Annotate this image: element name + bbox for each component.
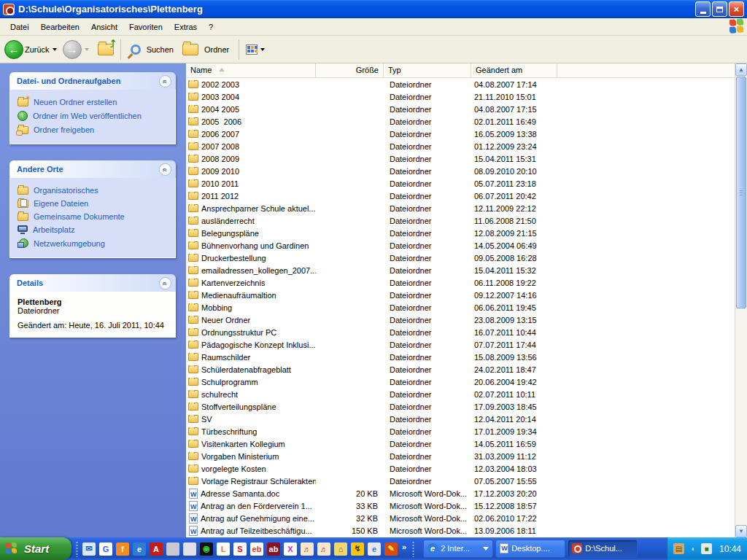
menu-ansicht[interactable]: Ansicht xyxy=(85,20,123,34)
panel-file-tasks-header[interactable]: Datei- und Ordneraufgaben « xyxy=(9,72,176,90)
title-bar[interactable]: D:\Schule\Organisatorisches\Plettenberg … xyxy=(0,0,747,18)
menu-datei[interactable]: Datei xyxy=(4,20,35,34)
menu-favoriten[interactable]: Favoriten xyxy=(123,20,169,34)
task-share-folder[interactable]: Ordner freigeben xyxy=(18,123,171,136)
task-explorer-window[interactable]: D:\Schul... xyxy=(568,540,638,558)
file-row[interactable]: Bühnenvorhang und Gardinen Dateiordner 1… xyxy=(186,239,735,252)
file-row[interactable]: 2004 2005 Dateiordner 04.08.2007 17:15 xyxy=(186,103,735,115)
menu-help[interactable]: ? xyxy=(203,20,219,34)
file-row[interactable]: 2007 2008 Dateiordner 01.12.2009 23:24 xyxy=(186,140,735,152)
show-desktop-icon[interactable] xyxy=(166,542,179,556)
column-header-type[interactable]: Typ xyxy=(384,63,471,77)
panel-other-places-header[interactable]: Andere Orte « xyxy=(9,160,176,178)
place-eigene-dateien[interactable]: Eigene Dateien xyxy=(18,197,171,210)
music-app-icon-2[interactable]: ♬ xyxy=(317,542,330,556)
file-row[interactable]: 2006 2007 Dateiordner 16.05.2009 13:38 xyxy=(186,128,735,140)
file-row[interactable]: Neuer Ordner Dateiordner 23.08.2009 13:1… xyxy=(186,314,735,326)
task-group-dropdown-icon[interactable] xyxy=(483,547,489,551)
quicklaunch-grip[interactable] xyxy=(76,541,78,557)
file-row[interactable]: Ansprechparner Schule aktuel... Dateiord… xyxy=(186,202,735,214)
folders-button[interactable]: Ordner xyxy=(179,44,232,55)
paint-app-icon[interactable]: X xyxy=(284,542,297,556)
task-new-folder[interactable]: Neuen Ordner erstellen xyxy=(18,96,171,109)
file-row[interactable]: 2005 2006 Dateiordner 02.01.2011 16:49 xyxy=(186,115,735,128)
google-desktop-icon[interactable]: G xyxy=(99,542,112,556)
place-organisatorisches[interactable]: Organisatorisches xyxy=(18,184,171,197)
scroll-down-button[interactable]: ▼ xyxy=(735,525,747,537)
adobe-reader-icon[interactable]: A xyxy=(150,542,163,556)
file-row[interactable]: Belegungspläne Dateiordner 12.08.2009 21… xyxy=(186,227,735,239)
outlook-express-icon[interactable]: ✉ xyxy=(82,542,96,556)
file-row[interactable]: SV Dateiordner 12.04.2011 20:14 xyxy=(186,413,735,425)
maximize-button[interactable] xyxy=(712,1,727,17)
task-internet-explorer-group[interactable]: e 2 Inter... xyxy=(423,540,493,558)
file-row[interactable]: Stoffverteilungspläne Dateiordner 17.09.… xyxy=(186,400,735,413)
file-row[interactable]: Adresse Samanta.doc 20 KB Microsoft Word… xyxy=(186,487,735,499)
window-app-icon[interactable] xyxy=(183,542,196,556)
file-row[interactable]: 2008 2009 Dateiordner 15.04.2011 15:31 xyxy=(186,152,735,165)
winamp-icon[interactable]: ↯ xyxy=(351,542,364,556)
panel-details-header[interactable]: Details « xyxy=(9,274,176,292)
file-row[interactable]: 2002 2003 Dateiordner 04.08.2007 17:14 xyxy=(186,78,735,90)
views-dropdown-icon[interactable] xyxy=(260,48,265,51)
tasks-grip[interactable] xyxy=(412,541,414,557)
internet-explorer-icon[interactable]: e xyxy=(133,542,146,556)
ie-doc-icon[interactable]: e xyxy=(368,542,381,556)
close-button[interactable]: × xyxy=(729,1,744,17)
minimize-button[interactable] xyxy=(695,1,711,17)
collapse-chevron-icon[interactable]: « xyxy=(159,163,171,176)
file-row[interactable]: schulrecht Dateiordner 02.07.2011 10:11 xyxy=(186,388,735,400)
task-publish-web[interactable]: Ordner im Web veröffentlichen xyxy=(18,109,171,123)
views-button[interactable] xyxy=(246,44,268,55)
place-netzwerkumgebung[interactable]: Netzwerkumgebung xyxy=(18,236,171,250)
babylon-icon[interactable]: ab xyxy=(267,542,280,556)
menu-bearbeiten[interactable]: Bearbeiten xyxy=(35,20,85,34)
collapse-chevron-icon[interactable]: « xyxy=(159,277,171,289)
place-arbeitsplatz[interactable]: Arbeitsplatz xyxy=(18,223,171,236)
file-row[interactable]: Kartenverzeichnis Dateiordner 06.11.2008… xyxy=(186,276,735,289)
up-button[interactable]: ⤴ xyxy=(98,44,114,55)
column-header-size[interactable]: Größe xyxy=(316,63,384,77)
file-row[interactable]: Antrag auf Teilzeitbeschäftigu... 150 KB… xyxy=(186,524,735,537)
forward-button[interactable]: → xyxy=(63,40,92,59)
file-row[interactable]: Antrag auf Genehmigung eine... 32 KB Mic… xyxy=(186,512,735,524)
file-row[interactable]: emailadressen_kollegen_2007... Dateiordn… xyxy=(186,264,735,276)
column-header-name[interactable]: Name xyxy=(186,63,316,77)
back-button[interactable]: ← Zurück xyxy=(4,40,60,59)
file-row[interactable]: Raumschilder Dateiordner 15.08.2009 13:5… xyxy=(186,351,735,363)
file-row[interactable]: 2011 2012 Dateiordner 06.07.2011 20:42 xyxy=(186,190,735,202)
file-row[interactable]: 2010 2011 Dateiordner 05.07.2011 23:18 xyxy=(186,177,735,190)
search-button[interactable]: Suchen xyxy=(128,44,177,55)
start-button[interactable]: Start xyxy=(0,537,71,560)
collapse-chevron-icon[interactable]: « xyxy=(159,75,171,88)
sparkasse-icon[interactable]: S xyxy=(233,542,247,556)
file-row[interactable]: vorgelegte Kosten Dateiordner 12.03.2004… xyxy=(186,462,735,475)
file-row[interactable]: ausländerrecht Dateiordner 11.06.2008 21… xyxy=(186,214,735,227)
file-row[interactable]: 2003 2004 Dateiordner 21.11.2010 15:01 xyxy=(186,90,735,103)
file-row[interactable]: Vorgaben Ministerium Dateiordner 31.03.2… xyxy=(186,450,735,462)
file-row[interactable]: 2009 2010 Dateiordner 08.09.2010 20:10 xyxy=(186,165,735,177)
firefox-icon[interactable]: f xyxy=(116,542,129,556)
vnc-tray-icon[interactable]: ■ xyxy=(701,543,712,554)
vertical-scrollbar[interactable]: ▲ ▼ xyxy=(735,63,747,537)
quicklaunch-overflow-chevron[interactable]: » xyxy=(402,542,406,551)
file-row[interactable]: Pädagogische Konzept Inklusi... Dateiord… xyxy=(186,338,735,351)
file-row[interactable]: Visitenkarten Kollegium Dateiordner 14.0… xyxy=(186,438,735,450)
scrollbar-thumb[interactable] xyxy=(736,77,746,308)
file-row[interactable]: Ordnungsstruktur PC Dateiordner 16.07.20… xyxy=(186,326,735,338)
file-row[interactable]: Vorlage Registraur Schülerakten Dateiord… xyxy=(186,475,735,487)
file-row[interactable]: Mobbing Dateiordner 06.06.2011 19:45 xyxy=(186,301,735,314)
volume-tray-icon[interactable]: ◖ xyxy=(687,543,698,554)
ebay-icon[interactable]: eb xyxy=(250,542,263,556)
task-desktop-doc[interactable]: Desktop.... xyxy=(495,540,565,558)
file-row[interactable]: Medienaufräumaltion Dateiordner 09.12.20… xyxy=(186,289,735,301)
column-header-modified[interactable]: Geändert am xyxy=(471,63,557,77)
file-row[interactable]: Schulprogramm Dateiordner 20.06.2004 19:… xyxy=(186,376,735,388)
place-gemeinsame-dokumente[interactable]: Gemeinsame Dokumente xyxy=(18,210,171,223)
scroll-up-button[interactable]: ▲ xyxy=(735,63,747,76)
pencil-app-icon[interactable]: ✎ xyxy=(384,542,398,556)
updater-tray-icon[interactable]: ▤ xyxy=(673,543,684,554)
tools-app-icon[interactable]: ⌂ xyxy=(334,542,347,556)
media-app-icon[interactable]: ◉ xyxy=(200,542,213,556)
back-dropdown-icon[interactable] xyxy=(53,48,57,51)
